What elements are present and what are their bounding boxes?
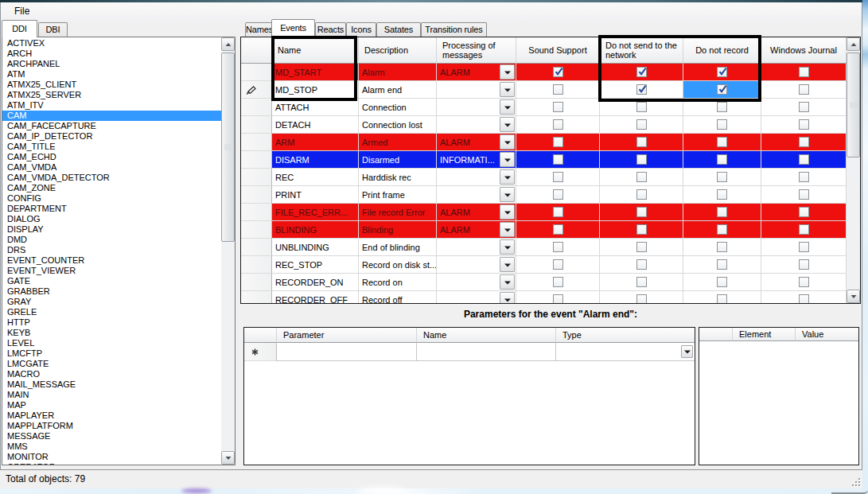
checkbox-unchecked[interactable] xyxy=(553,277,563,287)
cell-processing[interactable] xyxy=(437,99,516,116)
checkbox-unchecked[interactable] xyxy=(717,224,727,235)
processing-dropdown-button[interactable] xyxy=(500,169,515,185)
list-item-event_counter[interactable]: EVENT_COUNTER xyxy=(2,255,235,266)
checkbox-unchecked[interactable] xyxy=(799,242,809,252)
cell-sound-support[interactable] xyxy=(516,99,600,116)
checkbox-unchecked[interactable] xyxy=(799,207,809,217)
list-item-archpanel[interactable]: ARCHPANEL xyxy=(2,59,235,69)
cell-processing[interactable] xyxy=(437,81,516,99)
object-type-list[interactable]: ACTIVEXARCHARCHPANELATMATMX25_CLIENTATMX… xyxy=(2,37,235,465)
cell-sound-support[interactable] xyxy=(516,291,600,304)
cell-processing[interactable]: ALARM xyxy=(437,204,516,221)
cell-sound-support[interactable] xyxy=(516,221,600,239)
checkbox-unchecked[interactable] xyxy=(553,84,563,95)
row-header[interactable] xyxy=(241,256,272,274)
cell-description[interactable]: Harddisk rec xyxy=(359,169,437,186)
cell-description[interactable]: Alarm xyxy=(359,64,437,81)
list-item-monitor[interactable]: MONITOR xyxy=(2,452,235,462)
event-row-recorder_on[interactable]: RECORDER_ONRecord on xyxy=(241,274,860,291)
column-header-sound-support[interactable]: Sound Support xyxy=(516,37,600,64)
scrollbar-thumb[interactable] xyxy=(847,53,860,158)
cell-do-not-send-to-the-network[interactable] xyxy=(600,116,683,134)
event-row-unblinding[interactable]: UNBLINDINGEnd of blinding xyxy=(241,239,860,256)
checkbox-unchecked[interactable] xyxy=(799,67,809,77)
parameters-grid[interactable]: Parameter Name Type xyxy=(243,327,695,465)
list-item-dialog[interactable]: DIALOG xyxy=(2,214,235,224)
column-header-processing-of-messages[interactable]: Processing of messages xyxy=(437,37,516,64)
processing-dropdown-button[interactable] xyxy=(500,99,515,115)
event-row-disarm[interactable]: DISARMDisarmedINFORMATI... xyxy=(241,151,860,169)
processing-dropdown-button[interactable] xyxy=(500,152,515,167)
grid-scrollbar[interactable] xyxy=(847,37,860,303)
checkbox-unchecked[interactable] xyxy=(553,207,563,217)
list-item-config[interactable]: CONFIG xyxy=(2,193,235,204)
cell-do-not-record[interactable] xyxy=(683,239,761,256)
checkbox-unchecked[interactable] xyxy=(799,102,809,112)
checkbox-unchecked[interactable] xyxy=(717,207,727,217)
cell-sound-support[interactable] xyxy=(516,186,600,204)
checkbox-unchecked[interactable] xyxy=(717,294,727,304)
cell-do-not-send-to-the-network[interactable] xyxy=(600,204,683,221)
row-header-editing[interactable] xyxy=(241,81,272,99)
cell-description[interactable]: Record on xyxy=(359,274,437,291)
checkbox-unchecked[interactable] xyxy=(553,224,563,235)
cell-do-not-send-to-the-network[interactable] xyxy=(600,134,683,151)
resize-grip[interactable] xyxy=(850,476,860,486)
cell-name[interactable]: PRINT xyxy=(272,186,359,204)
cell-processing[interactable] xyxy=(437,256,516,274)
cell-sound-support[interactable] xyxy=(516,204,600,221)
processing-dropdown-button[interactable] xyxy=(500,82,515,97)
tab-events[interactable]: Events xyxy=(271,19,315,37)
scroll-down-button[interactable] xyxy=(221,451,235,465)
list-item-grele[interactable]: GRELE xyxy=(2,307,235,317)
list-item-lmcftp[interactable]: LMCFTP xyxy=(2,348,235,359)
cell-do-not-send-to-the-network[interactable] xyxy=(600,151,683,169)
event-row-file_rec_err[interactable]: FILE_REC_ERR...File record ErrorALARM xyxy=(241,204,860,221)
scroll-up-button[interactable] xyxy=(847,37,860,51)
cell-name[interactable]: BLINDING xyxy=(272,221,359,239)
checkbox-unchecked[interactable] xyxy=(553,242,563,252)
checkbox-unchecked[interactable] xyxy=(717,242,727,252)
list-item-atm_itv[interactable]: ATM_ITV xyxy=(2,100,235,111)
cell-windows-journal[interactable] xyxy=(761,239,847,256)
list-item-mail_message[interactable]: MAIL_MESSAGE xyxy=(2,379,235,390)
checkbox-unchecked[interactable] xyxy=(636,154,647,165)
type-dropdown-button[interactable] xyxy=(681,345,693,358)
row-header[interactable] xyxy=(241,64,272,81)
checkbox-unchecked[interactable] xyxy=(636,259,647,270)
cell-do-not-record[interactable] xyxy=(683,221,761,239)
cell-do-not-send-to-the-network[interactable] xyxy=(600,274,683,291)
checkbox-unchecked[interactable] xyxy=(553,119,563,130)
checkbox-unchecked[interactable] xyxy=(636,224,647,235)
checkbox-unchecked[interactable] xyxy=(553,137,563,147)
cell-sound-support[interactable] xyxy=(516,116,600,134)
processing-dropdown-button[interactable] xyxy=(500,274,515,290)
cell-windows-journal[interactable] xyxy=(761,134,847,151)
checkbox-unchecked[interactable] xyxy=(636,102,647,112)
processing-dropdown-button[interactable] xyxy=(500,222,515,237)
cell-description[interactable]: Blinding xyxy=(359,221,437,239)
list-item-maplayer[interactable]: MAPLAYER xyxy=(2,410,235,421)
list-item-display[interactable]: DISPLAY xyxy=(2,224,235,235)
cell-do-not-send-to-the-network[interactable] xyxy=(600,169,683,186)
list-item-arch[interactable]: ARCH xyxy=(2,49,235,59)
list-item-activex[interactable]: ACTIVEX xyxy=(2,38,235,49)
row-header[interactable] xyxy=(241,116,272,134)
cell-name[interactable]: REC xyxy=(272,169,359,186)
cell-sound-support[interactable] xyxy=(516,64,600,81)
checkbox-unchecked[interactable] xyxy=(636,207,647,217)
name-input-cell[interactable] xyxy=(417,343,556,361)
checkbox-unchecked[interactable] xyxy=(799,224,809,235)
checkbox-unchecked[interactable] xyxy=(636,294,647,304)
cell-do-not-record[interactable] xyxy=(683,274,761,291)
row-header[interactable] xyxy=(241,99,272,116)
cell-description[interactable]: Alarm end xyxy=(359,81,437,99)
row-header[interactable] xyxy=(241,291,272,304)
cell-sound-support[interactable] xyxy=(516,274,600,291)
cell-description[interactable]: File record Error xyxy=(359,204,437,221)
row-header[interactable] xyxy=(241,151,272,169)
processing-dropdown-button[interactable] xyxy=(500,292,515,304)
cell-name[interactable]: RECORDER_OFF xyxy=(272,291,359,304)
event-row-blinding[interactable]: BLINDINGBlindingALARM xyxy=(241,221,860,239)
event-row-print[interactable]: PRINTPrint frame xyxy=(241,186,860,204)
